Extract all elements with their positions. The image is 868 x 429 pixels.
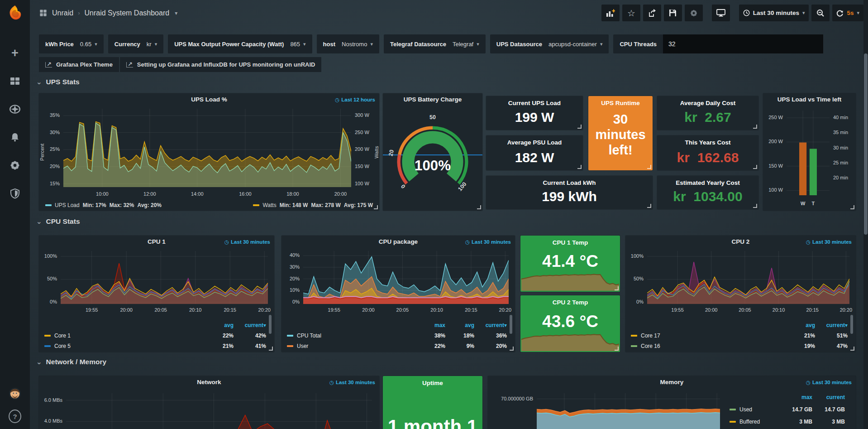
time-range-picker[interactable]: Last 30 minutes ▾ bbox=[739, 5, 809, 21]
breadcrumb-app[interactable]: Unraid bbox=[52, 9, 73, 17]
variable-telegraf-datasource[interactable]: Telegraf Datasource Telegraf▾ bbox=[384, 34, 486, 53]
legend-col-current[interactable]: current bbox=[812, 394, 845, 400]
variable-host[interactable]: host Nostromo▾ bbox=[317, 34, 379, 53]
explore-button[interactable] bbox=[9, 103, 21, 116]
chart-plot-area[interactable] bbox=[787, 111, 830, 195]
chart-plot-area[interactable] bbox=[61, 251, 268, 304]
link-grafana-plex-theme[interactable]: ↗ Grafana Plex Theme bbox=[39, 57, 119, 72]
zoom-out-button[interactable] bbox=[811, 5, 830, 21]
legend-series-name[interactable]: UPS Load bbox=[55, 202, 80, 208]
cpu2-chart[interactable]: 100%50%0%19:5520:0020:0520:1020:1520:20 bbox=[627, 247, 854, 313]
create-button[interactable]: + bbox=[9, 47, 21, 59]
variable-value[interactable]: apcupsd-container▾ bbox=[548, 41, 603, 48]
variable-value[interactable]: Nostromo▾ bbox=[342, 41, 373, 48]
variable-value[interactable]: 865▾ bbox=[290, 41, 305, 48]
panel-title[interactable]: Memory bbox=[506, 379, 838, 386]
panel-timerange-link[interactable]: ◷Last 12 hours bbox=[335, 96, 375, 103]
panel-timerange-link[interactable]: ◷Last 30 minutes bbox=[465, 239, 511, 245]
server-admin-button[interactable] bbox=[9, 187, 21, 200]
row-header-ups-stats[interactable]: ⌄ UPS Stats bbox=[36, 78, 80, 86]
variable-kwh-price[interactable]: kWh Price 0.65▾ bbox=[39, 34, 104, 53]
panel-timerange-link[interactable]: ◷Last 30 minutes bbox=[806, 239, 852, 245]
panel-timerange-link[interactable]: ◷Last 30 minutes bbox=[224, 239, 270, 245]
variable-currency[interactable]: Currency kr▾ bbox=[108, 34, 163, 53]
panel-title[interactable]: Uptime bbox=[386, 380, 480, 386]
battery-gauge[interactable]: 02050100100% bbox=[386, 107, 480, 206]
axis-tick-label: 150 W bbox=[355, 164, 377, 169]
chart-plot-area[interactable] bbox=[647, 251, 849, 304]
legend-col-current[interactable]: current▾ bbox=[815, 322, 848, 328]
share-dashboard-button[interactable] bbox=[643, 5, 661, 21]
row-header-network-memory[interactable]: ⌄ Network / Memory bbox=[36, 358, 106, 366]
variable-ups-datasource[interactable]: UPS Datasource apcupsd-container▾ bbox=[490, 34, 609, 53]
legend-series-name[interactable]: Core 16 bbox=[641, 343, 660, 349]
add-panel-button[interactable] bbox=[601, 5, 620, 21]
network-chart[interactable]: 6.0 MBs4.0 MBs2.0 MBs bbox=[41, 389, 377, 429]
dashboard-settings-button[interactable] bbox=[685, 5, 703, 21]
page-scrollbar-thumb[interactable] bbox=[864, 53, 868, 235]
legend-series-name[interactable]: Core 5 bbox=[54, 343, 71, 349]
legend-series-name[interactable]: Core 1 bbox=[54, 333, 71, 339]
legend-series-name[interactable]: User bbox=[297, 343, 308, 349]
dashboard-caret-icon[interactable]: ▾ bbox=[175, 10, 177, 16]
link-ups-monitoring-guide[interactable]: ↗ Setting up Grafana and InfluxDB for UP… bbox=[120, 57, 322, 72]
variable-value[interactable]: 0.65▾ bbox=[80, 41, 97, 48]
cpu-package-chart[interactable]: 40%30%20%10%0%19:5520:0020:0520:1020:152… bbox=[283, 247, 513, 313]
refresh-button[interactable]: 5s ▾ bbox=[832, 5, 863, 21]
ups-load-chart[interactable]: 35%30%25%20%15%300 W250 W200 W150 W100 W… bbox=[41, 105, 377, 197]
alerting-button[interactable] bbox=[9, 131, 21, 144]
panel-title[interactable]: UPS Battery Charge bbox=[386, 96, 479, 103]
panel-title[interactable]: Estimated Yearly Cost bbox=[660, 179, 756, 186]
panel-title[interactable]: Network bbox=[57, 379, 361, 386]
panel-title[interactable]: UPS Load vs Time left bbox=[766, 96, 853, 103]
legend-scrollbar[interactable] bbox=[850, 315, 853, 334]
help-button[interactable]: ? bbox=[9, 410, 21, 423]
panel-timerange-link[interactable]: ◷Last 30 minutes bbox=[329, 379, 375, 386]
legend-col-max[interactable]: max bbox=[416, 322, 445, 328]
legend-scrollbar[interactable] bbox=[269, 315, 272, 334]
legend-col-avg[interactable]: avg bbox=[445, 322, 474, 328]
breadcrumb-dashboard[interactable]: Unraid System Dashboard bbox=[84, 9, 169, 17]
legend-scrollbar[interactable] bbox=[510, 315, 512, 334]
legend-col-max[interactable]: max bbox=[780, 394, 812, 400]
panel-title[interactable]: UPS Runtime bbox=[591, 100, 650, 106]
panel-title[interactable]: CPU 2 Temp bbox=[523, 299, 617, 306]
chart-plot-area[interactable] bbox=[303, 251, 509, 304]
panel-title[interactable]: UPS Load % bbox=[57, 96, 361, 103]
user-avatar[interactable] bbox=[9, 387, 21, 400]
variable-value[interactable]: Telegraf▾ bbox=[453, 41, 479, 48]
row-header-cpu-stats[interactable]: ⌄ CPU Stats bbox=[36, 217, 80, 226]
panel-title[interactable]: CPU 1 Temp bbox=[523, 239, 617, 246]
configuration-button[interactable] bbox=[9, 159, 21, 172]
panel-title[interactable]: Average PSU Load bbox=[489, 139, 580, 146]
cpu-threads-input[interactable] bbox=[663, 34, 823, 53]
legend-col-current[interactable]: current▾ bbox=[474, 322, 507, 328]
memory-chart[interactable]: 70.000000 GB60.000000 GB50.000000 GB bbox=[490, 389, 725, 429]
legend-series-name[interactable]: Core 17 bbox=[641, 333, 660, 339]
chart-plot-area[interactable] bbox=[537, 393, 720, 429]
chart-plot-area[interactable] bbox=[63, 109, 351, 187]
legend-col-avg[interactable]: avg bbox=[205, 322, 234, 328]
dashboards-button[interactable] bbox=[9, 75, 21, 87]
legend-series-name[interactable]: Buffered bbox=[739, 419, 760, 425]
page-scrollbar[interactable] bbox=[863, 0, 868, 429]
variable-ups-max-output[interactable]: UPS Max Output Power Capacity (Watt) 865… bbox=[168, 34, 312, 53]
grafana-logo[interactable] bbox=[0, 0, 30, 26]
legend-series-name[interactable]: Watts bbox=[262, 202, 276, 208]
legend-series-name[interactable]: Used bbox=[739, 406, 752, 413]
panel-timerange-link[interactable]: ◷Last 30 minutes bbox=[806, 379, 852, 386]
cpu1-chart[interactable]: 100%50%0%19:5520:0020:0520:1020:1520:20 bbox=[41, 247, 272, 313]
panel-title[interactable]: This Years Cost bbox=[660, 139, 756, 146]
ups-bar-chart[interactable]: 250 W200 W150 W100 W40 min35 min30 min25… bbox=[765, 106, 854, 207]
chart-plot-area[interactable] bbox=[66, 393, 372, 429]
legend-col-avg[interactable]: avg bbox=[786, 322, 815, 328]
panel-title[interactable]: Current UPS Load bbox=[489, 100, 580, 106]
save-dashboard-button[interactable] bbox=[664, 5, 682, 21]
legend-series-name[interactable]: CPU Total bbox=[297, 333, 321, 339]
cycle-view-mode-button[interactable] bbox=[712, 5, 730, 21]
panel-title[interactable]: Average Daily Cost bbox=[660, 100, 756, 106]
star-dashboard-button[interactable]: ☆ bbox=[622, 5, 640, 21]
variable-value[interactable]: kr▾ bbox=[147, 41, 157, 48]
panel-title[interactable]: Current Load kWh bbox=[489, 179, 650, 186]
legend-col-current[interactable]: current▾ bbox=[234, 322, 266, 328]
